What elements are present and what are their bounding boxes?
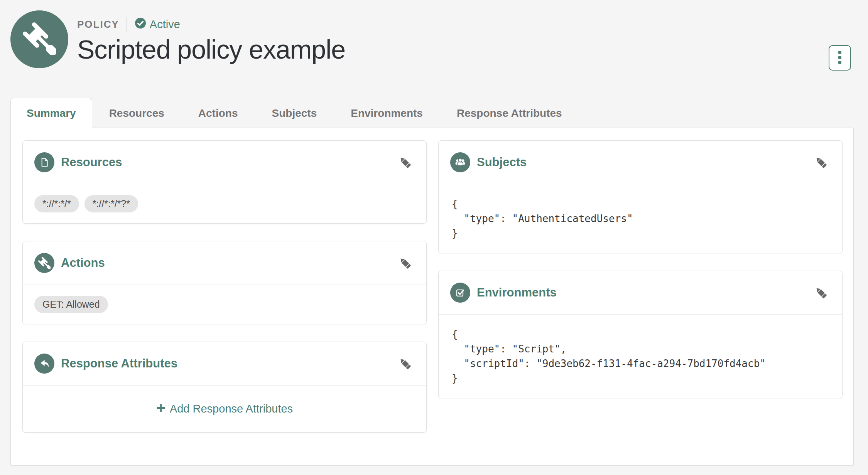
resource-tags: *://*:*/* *://*:*/*?* [34,195,415,212]
add-response-attributes-link[interactable]: Add Response Attributes [156,403,293,415]
page-header: POLICY Active Scripted policy example [0,0,868,71]
environments-card: Environments { "type": "Script", "sc [438,271,843,398]
resource-tag: *://*:*/* [34,195,79,212]
header-meta: POLICY Active [77,17,345,32]
entity-type-label: POLICY [77,19,119,30]
tab-actions[interactable]: Actions [181,98,255,128]
plus-icon [156,403,165,415]
response-attributes-card-body: Add Response Attributes [23,386,426,432]
edit-resources-button[interactable] [395,153,415,172]
resources-card-header: Resources [23,141,426,184]
pencil-icon [398,266,412,271]
edit-actions-button[interactable] [395,253,415,273]
document-icon [34,152,54,172]
resources-card: Resources *://*:*/* [22,140,427,224]
left-column: Resources *://*:*/* [22,140,427,465]
action-tags: GET: Allowed [34,296,415,313]
tab-response-attributes[interactable]: Response Attributes [440,98,579,128]
meta-divider [127,17,127,32]
add-response-attributes-label: Add Response Attributes [170,403,293,415]
tab-environments[interactable]: Environments [334,98,440,128]
users-icon [450,152,470,172]
response-attributes-card-title: Response Attributes [61,357,177,371]
action-tag: GET: Allowed [34,296,108,313]
pencil-icon [398,366,412,372]
actions-card-title: Actions [61,256,105,270]
edit-environments-button[interactable] [811,283,831,302]
gavel-icon [23,22,56,57]
check-circle-icon [135,17,146,32]
summary-panel: Resources *://*:*/* [10,128,854,466]
gavel-icon [34,253,54,273]
response-attributes-card: Response Attributes [22,342,427,433]
tab-summary[interactable]: Summary [10,98,92,128]
pencil-icon [398,165,412,171]
subjects-card: Subjects { "type": "AuthenticatedUsers [438,140,843,253]
right-column: Subjects { "type": "AuthenticatedUsers [438,140,843,465]
status-badge: Active [135,17,180,32]
tab-subjects[interactable]: Subjects [255,98,334,128]
more-actions-button[interactable] [829,45,851,71]
pencil-icon [814,295,828,301]
resources-card-body: *://*:*/* *://*:*/*?* [23,184,426,223]
page-title: Scripted policy example [77,36,345,63]
edit-response-attributes-button[interactable] [395,354,415,373]
pencil-icon [814,165,828,171]
subjects-card-title: Subjects [477,155,527,169]
actions-card: Actions GET: Allowed [22,241,427,324]
status-label: Active [150,18,180,31]
environments-card-header: Environments [439,271,842,315]
environments-json: { "type": "Script", "scriptId": "9de3eb6… [439,315,842,398]
response-attributes-card-header: Response Attributes [23,342,426,386]
policy-avatar [10,10,68,68]
subjects-json: { "type": "AuthenticatedUsers" } [439,184,842,253]
check-square-icon [450,283,470,303]
resource-tag: *://*:*/*?* [84,195,138,212]
resources-card-title: Resources [61,155,122,169]
edit-subjects-button[interactable] [811,153,831,172]
actions-card-body: GET: Allowed [23,285,426,324]
reply-arrow-icon [34,354,54,374]
tab-bar: Summary Resources Actions Subjects Envir… [10,98,854,128]
actions-card-header: Actions [23,241,426,285]
subjects-card-header: Subjects [439,141,842,184]
header-text: POLICY Active Scripted policy example [77,10,345,63]
environments-card-title: Environments [477,286,557,300]
kebab-icon [838,51,842,66]
tab-resources[interactable]: Resources [92,98,181,128]
